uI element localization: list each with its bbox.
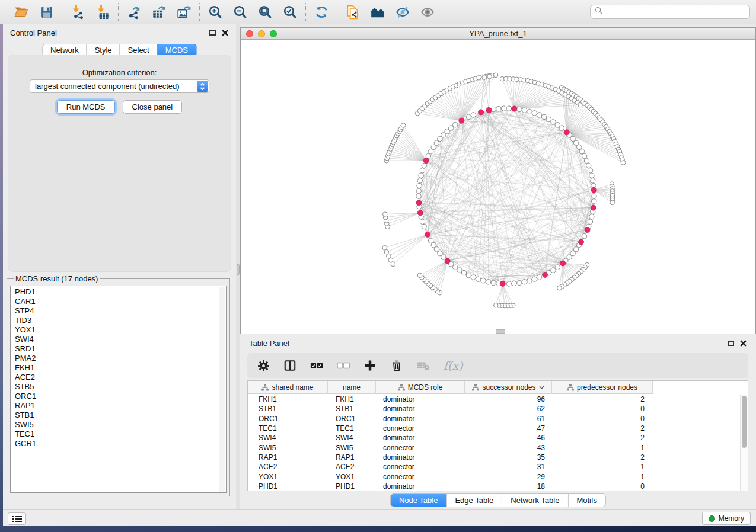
table-cell: connector	[376, 444, 465, 452]
zoom-in-icon[interactable]	[208, 4, 223, 20]
mcds-result-item[interactable]: ORC1	[15, 392, 226, 401]
network-titlebar[interactable]: YPA_prune.txt_1	[241, 28, 755, 40]
close-window-icon[interactable]	[246, 30, 253, 37]
mcds-result-item[interactable]: TID3	[15, 316, 226, 325]
table-row[interactable]: TEC1TEC1connector472	[248, 424, 740, 433]
mcds-result-item[interactable]: SWI5	[15, 420, 226, 430]
mcds-result-item[interactable]: YOX1	[15, 325, 226, 335]
clone-network-icon[interactable]	[345, 4, 361, 20]
import-table-icon[interactable]	[95, 4, 110, 20]
table-row[interactable]: YOX1YOX1connector291	[248, 472, 740, 481]
tab-edge-table[interactable]: Edge Table	[446, 494, 502, 507]
table-header: shared namenameMCDS rolesuccessor nodesp…	[248, 381, 653, 394]
table-cell: RAP1	[248, 453, 328, 462]
search-input[interactable]	[606, 7, 745, 17]
mcds-result-item[interactable]: STB5	[15, 382, 226, 392]
column-header-MCDS-role[interactable]: MCDS role	[376, 381, 465, 394]
table-scrollbar[interactable]	[740, 395, 748, 491]
table-cell: 96	[465, 395, 552, 403]
column-header-shared-name[interactable]: shared name	[248, 381, 328, 394]
zoom-out-icon[interactable]	[232, 4, 248, 20]
mcds-result-list[interactable]: PHD1CAR1STP4TID3YOX1SWI4SRD1PMA2FKH1ACE2…	[10, 286, 227, 493]
table-cell: STB1	[328, 405, 376, 413]
mcds-result-item[interactable]: STB1	[15, 411, 226, 420]
table-row[interactable]: STB1STB1dominator620	[248, 404, 740, 414]
mcds-result-item[interactable]: GCR1	[15, 439, 226, 448]
float-table-panel-icon[interactable]	[728, 341, 734, 346]
export-network-icon[interactable]	[126, 4, 142, 20]
criterion-select[interactable]: largest connected component (undirected)	[30, 79, 209, 93]
table-cell: dominator	[376, 434, 465, 442]
minimize-window-icon[interactable]	[258, 30, 265, 37]
show-columns-icon[interactable]	[283, 359, 296, 372]
close-panel-icon[interactable]	[221, 29, 229, 37]
column-header-predecessor-nodes[interactable]: predecessor nodes	[552, 381, 653, 394]
tab-network-table[interactable]: Network Table	[502, 494, 567, 507]
mcds-result-item[interactable]: RAP1	[15, 401, 226, 411]
table-body[interactable]: FKH1FKH1dominator962STB1STB1dominator620…	[248, 395, 740, 491]
memory-status-icon	[709, 515, 715, 522]
import-network-icon[interactable]	[70, 4, 85, 20]
show-graphics-details-icon[interactable]	[420, 4, 435, 20]
network-hscroll-thumb[interactable]	[496, 329, 505, 334]
column-header-successor-nodes[interactable]: successor nodes	[465, 381, 552, 394]
mcds-result-item[interactable]: PMA2	[15, 354, 226, 363]
refresh-layout-icon[interactable]	[314, 4, 329, 20]
sort-chevron-down-icon	[539, 386, 544, 389]
table-row[interactable]: PHD1PHD1dominator180	[248, 482, 740, 491]
mcds-list-scrollbar[interactable]	[219, 287, 225, 492]
mcds-result-item[interactable]: PHD1	[15, 287, 226, 297]
table-row[interactable]: ACE2ACE2connector311	[248, 462, 740, 472]
export-table-icon[interactable]	[151, 4, 167, 20]
table-cell: SWI4	[328, 434, 376, 442]
mcds-tab-content: Optimization criterion: largest connecte…	[8, 55, 231, 272]
deselect-all-icon[interactable]	[337, 359, 350, 372]
task-history-button[interactable]	[8, 512, 26, 525]
table-cell: 31	[465, 463, 552, 471]
table-scrollbar-thumb[interactable]	[742, 396, 747, 448]
mcds-result-item[interactable]: FKH1	[15, 363, 226, 373]
mcds-result-item[interactable]: STP4	[15, 306, 226, 316]
add-column-icon[interactable]	[363, 359, 377, 372]
search-box[interactable]	[590, 5, 750, 19]
close-table-panel-icon[interactable]	[739, 339, 747, 347]
delete-column-icon[interactable]	[390, 359, 403, 372]
hide-graphics-details-icon[interactable]	[395, 4, 410, 20]
zoom-fit-icon[interactable]	[257, 4, 273, 20]
settings-gear-icon[interactable]	[257, 359, 270, 372]
mcds-result-item[interactable]: SWI4	[15, 335, 226, 344]
save-session-icon[interactable]	[39, 4, 54, 20]
maximize-window-icon[interactable]	[270, 30, 277, 37]
float-panel-icon[interactable]	[209, 30, 216, 36]
column-label: name	[343, 383, 361, 392]
panel-splitter[interactable]	[236, 24, 240, 509]
table-row[interactable]: RAP1RAP1dominator352	[248, 453, 740, 462]
table-cell: PHD1	[328, 482, 376, 491]
select-all-icon[interactable]	[310, 359, 323, 372]
network-canvas[interactable]	[241, 40, 755, 334]
table-cell: TEC1	[248, 424, 328, 432]
column-header-name[interactable]: name	[328, 381, 376, 394]
table-cell: TEC1	[328, 424, 376, 432]
mcds-result-item[interactable]: TEC1	[15, 430, 226, 439]
export-image-icon[interactable]	[176, 4, 192, 20]
table-row[interactable]: ORC1ORC1dominator610	[248, 414, 740, 424]
run-mcds-button[interactable]: Run MCDS	[57, 100, 115, 114]
memory-label: Memory	[719, 514, 744, 523]
splitter-handle[interactable]	[237, 264, 240, 275]
mcds-result-item[interactable]: SRD1	[15, 344, 226, 354]
table-row[interactable]: FKH1FKH1dominator962	[248, 395, 740, 404]
zoom-selected-icon[interactable]	[282, 4, 298, 20]
network-home-icon[interactable]	[370, 4, 385, 20]
memory-button[interactable]: Memory	[702, 512, 751, 525]
table-row[interactable]: SWI5SWI5connector431	[248, 443, 740, 452]
table-cell: 43	[465, 444, 552, 452]
control-panel: Control Panel Network Style Select MCDS …	[3, 24, 236, 509]
tab-node-table[interactable]: Node Table	[391, 494, 446, 507]
tab-motifs[interactable]: Motifs	[567, 494, 605, 507]
mcds-result-item[interactable]: ACE2	[15, 373, 226, 382]
open-file-icon[interactable]	[14, 4, 29, 20]
mcds-result-item[interactable]: CAR1	[15, 297, 226, 306]
table-row[interactable]: SWI4SWI4dominator462	[248, 433, 740, 443]
close-panel-button[interactable]: Close panel	[123, 100, 183, 114]
